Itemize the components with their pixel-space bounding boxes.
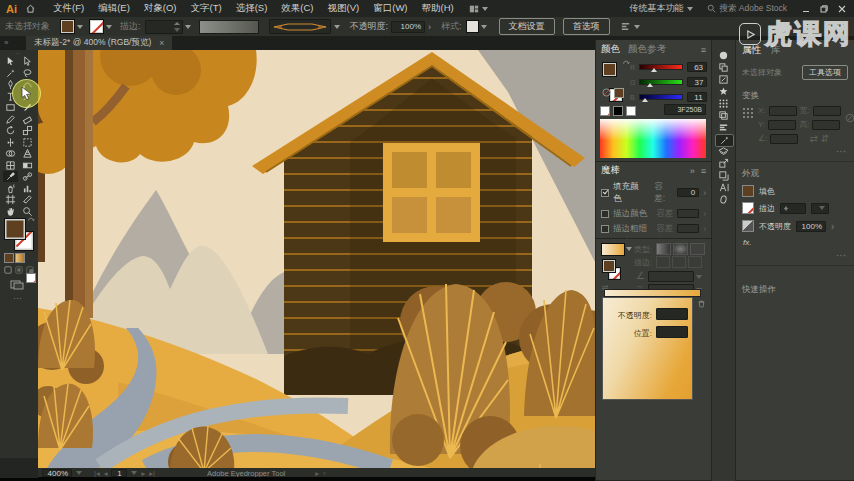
flip-vertical-icon[interactable]: ⇵ [821,133,829,144]
document-tab[interactable]: 未标题-2* @ 400% (RGB/预览) × [26,36,172,50]
gradient-stroke-opt3[interactable] [688,256,702,268]
dock-pathfinder-icon[interactable] [715,110,732,121]
tool-slice-icon[interactable] [20,194,35,205]
flip-horizontal-icon[interactable]: ⇄ [809,133,817,144]
canvas-artboard[interactable] [38,50,595,470]
align-options-icon[interactable] [620,21,640,32]
tolerance-chevron-icon[interactable]: › [703,209,706,219]
minimize-button[interactable] [802,5,810,13]
wand-checkbox-1[interactable] [601,189,609,197]
tool-rotate-icon[interactable] [3,125,18,136]
wand-checkbox-3[interactable] [601,225,609,233]
props-stroke-unit[interactable] [811,203,829,214]
restore-button[interactable] [820,5,828,13]
tool-pencil-icon[interactable] [3,114,18,125]
tab-libraries[interactable]: 库 [771,44,781,57]
props-fx-label[interactable]: fx. [736,235,854,250]
dock-pattern-icon[interactable] [715,98,732,109]
menu-文字[interactable]: 文字(T) [191,2,222,15]
tool-artboard-icon[interactable] [3,194,18,205]
tool-width-icon[interactable] [3,137,18,148]
tool-lasso-icon[interactable] [20,68,35,79]
tool-perspective-grid-icon[interactable] [20,148,35,159]
menu-选择[interactable]: 选择(S) [236,2,268,15]
tab-close-icon[interactable]: × [159,38,164,48]
tool-direct-selection-icon[interactable] [20,56,35,67]
menu-视图[interactable]: 视图(V) [328,2,360,15]
wand-collapse-icon[interactable]: » [690,166,695,176]
tool-mesh-icon[interactable] [3,160,18,171]
props-fill-swatch[interactable] [742,185,754,197]
tolerance-chevron-icon[interactable]: › [703,188,706,198]
tab-properties[interactable]: 属性 [742,44,761,57]
tool-shape-builder-icon[interactable] [3,148,18,159]
tool-eraser-icon[interactable] [20,114,35,125]
gradient-stroke-opt2[interactable] [672,256,686,268]
props-opacity-field[interactable]: 100% [796,221,826,232]
dock-character-icon[interactable] [715,182,732,193]
width-profile-dropdown[interactable] [199,20,259,34]
tolerance-field[interactable] [677,209,699,218]
gradient-type-freeform[interactable] [690,243,705,255]
toolbar-fill-proxy[interactable] [4,218,26,240]
swap-fill-stroke-icon[interactable] [27,215,35,223]
channel-value-field[interactable]: 11 [687,92,707,102]
swatch-white[interactable] [626,106,636,116]
color-panel-menu-icon[interactable]: ≡ [701,45,706,55]
menu-对象[interactable]: 对象(O) [144,2,177,15]
menu-效果[interactable]: 效果(C) [281,2,313,15]
channel-slider[interactable] [639,94,683,100]
opacity-field[interactable]: 100% [391,21,425,33]
x-field[interactable] [769,106,797,116]
opacity-chevron-icon[interactable]: › [428,22,431,32]
close-button[interactable] [838,5,846,13]
dock-symbols-icon[interactable] [715,86,732,97]
gradient-opacity-field[interactable] [656,308,688,320]
gradient-location-field[interactable] [656,326,688,338]
tool-gradient-icon[interactable] [20,160,35,171]
slider-handle[interactable] [647,83,653,87]
channel-value-field[interactable]: 37 [687,77,707,87]
menu-帮助[interactable]: 帮助(H) [422,2,454,15]
stroke-weight-field[interactable] [145,20,183,34]
gradient-stroke-opt1[interactable] [656,256,670,268]
y-field[interactable] [768,120,796,130]
channel-slider[interactable] [639,64,683,70]
h-field[interactable] [812,120,840,130]
wand-panel-menu-icon[interactable]: ≡ [701,166,706,176]
tool-free-transform-icon[interactable] [20,137,35,148]
stroke-swatch[interactable] [89,19,104,34]
home-icon[interactable] [25,3,36,14]
workspace-switcher[interactable]: 传统基本功能 [629,2,693,15]
gradient-swatch[interactable] [601,243,625,256]
gradient-type-radial[interactable] [673,243,688,255]
tool-eyedropper-icon[interactable] [3,171,18,182]
zoom-level-field[interactable]: 400% [42,469,72,477]
gradient-fill-proxy[interactable] [602,259,616,273]
color-swap-icon[interactable] [622,58,630,66]
draw-mode-icons[interactable] [4,266,34,274]
props-stroke-swatch[interactable] [742,202,754,214]
tab-color[interactable]: 颜色 [601,43,620,56]
tool-options-button[interactable]: 工具选项 [802,65,848,80]
channel-value-field[interactable]: 63 [687,62,707,72]
tool-scale-icon[interactable] [20,125,35,136]
angle-field[interactable] [770,134,798,144]
toolbar-collapse-icon[interactable]: » [4,38,8,47]
tolerance-field[interactable] [677,224,699,233]
appearance-more-icon[interactable]: ··· [736,250,854,261]
screen-mode-icon[interactable] [10,280,24,290]
channel-slider[interactable] [639,79,683,85]
color-none-icon[interactable] [602,88,611,97]
props-opacity-chevron-icon[interactable]: › [831,221,834,232]
color-mode-none[interactable] [26,273,36,283]
slider-handle[interactable] [642,98,648,102]
tool-selection-icon[interactable] [3,56,18,67]
app-logo[interactable]: Ai [6,3,17,15]
dock-layers-icon[interactable] [715,146,732,157]
artboard-number-field[interactable]: 1 [111,469,127,477]
props-stroke-weight[interactable] [780,203,806,214]
menu-窗口[interactable]: 窗口(W) [373,2,407,15]
tool-blend-icon[interactable] [20,171,35,182]
wand-checkbox-2[interactable] [601,210,609,218]
